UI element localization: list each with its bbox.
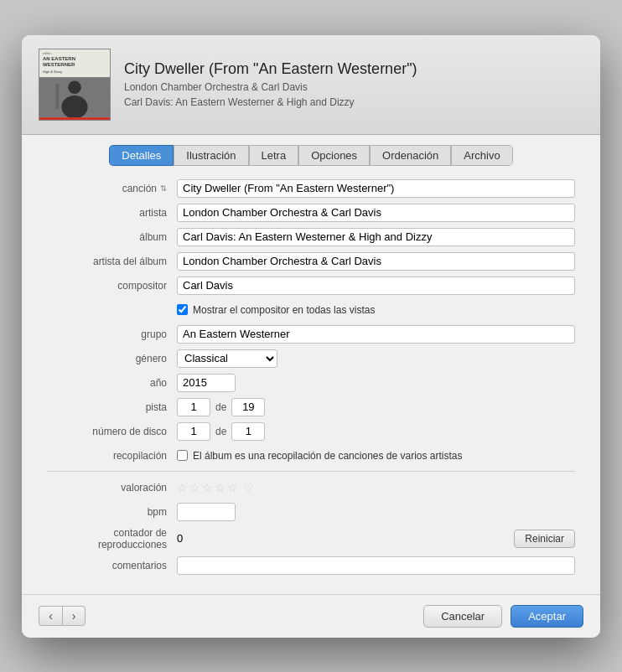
disco-row: número de disco de <box>47 422 575 441</box>
ano-label: año <box>47 377 177 389</box>
disco-input[interactable] <box>177 422 210 441</box>
mostrar-compositor-check-row: Mostrar el compositor en todas las vista… <box>177 304 375 316</box>
artista-row: artista <box>47 204 575 222</box>
compositor-input[interactable] <box>177 277 575 295</box>
tab-bar: Detalles Ilustración Letra Opciones Orde… <box>22 135 600 173</box>
bpm-input[interactable] <box>177 503 236 521</box>
star-5[interactable]: ☆ <box>227 481 238 494</box>
artista-label: artista <box>47 207 177 219</box>
pista-label: pista <box>47 401 177 413</box>
star-4[interactable]: ☆ <box>215 481 225 494</box>
cancion-row: canción ⇅ <box>47 179 575 198</box>
header-artist: London Chamber Orchestra & Carl Davis <box>124 81 417 93</box>
mostrar-compositor-checkbox[interactable] <box>177 304 188 315</box>
tab-archivo[interactable]: Archivo <box>451 145 512 166</box>
grupo-input[interactable] <box>177 325 575 344</box>
grupo-label: grupo <box>47 328 177 340</box>
pista-input[interactable] <box>177 398 210 416</box>
genero-select[interactable]: Classical Pop Rock Jazz Other <box>177 349 277 368</box>
album-image <box>39 77 110 117</box>
dialog: millan AN EASTERNWESTERNERHigh & Dizzy C… <box>22 35 600 638</box>
contador-value: 0 <box>177 532 183 545</box>
header: millan AN EASTERNWESTERNERHigh & Dizzy C… <box>22 35 600 135</box>
mostrar-compositor-row: Mostrar el compositor en todas las vista… <box>47 301 575 319</box>
genero-row: género Classical Pop Rock Jazz Other <box>47 349 575 368</box>
valoracion-row: valoración ☆ ☆ ☆ ☆ ☆ ♡ <box>47 478 575 497</box>
comentarios-label: comentarios <box>47 560 177 571</box>
artista-album-label: artista del álbum <box>47 256 177 267</box>
disco-de: de <box>215 426 226 437</box>
svg-rect-3 <box>56 84 60 108</box>
pista-track-row: de <box>177 398 265 416</box>
album-art: millan AN EASTERNWESTERNERHigh & Dizzy C… <box>39 49 111 121</box>
accept-button[interactable]: Aceptar <box>511 605 583 628</box>
recopilacion-check-label: El álbum es una recopilación de cancione… <box>193 450 463 462</box>
grupo-row: grupo <box>47 325 575 344</box>
recopilacion-check-row: El álbum es una recopilación de cancione… <box>177 450 463 462</box>
tab-letra[interactable]: Letra <box>249 145 299 166</box>
pista-total-input[interactable] <box>231 398 265 416</box>
recopilacion-checkbox[interactable] <box>177 450 188 461</box>
album-label: álbum <box>47 231 177 243</box>
compositor-label: compositor <box>47 280 177 292</box>
cancel-button[interactable]: Cancelar <box>423 605 502 628</box>
header-album: Carl Davis: An Eastern Westerner & High … <box>124 96 417 108</box>
cancion-label: canción ⇅ <box>47 183 177 194</box>
tabs: Detalles Ilustración Letra Opciones Orde… <box>109 145 512 166</box>
pista-row: pista de <box>47 398 575 416</box>
footer: ‹ › Cancelar Aceptar <box>22 594 600 638</box>
play-count-row: 0 Reiniciar <box>177 530 575 548</box>
tab-opciones[interactable]: Opciones <box>298 145 370 166</box>
disco-total-input[interactable] <box>231 422 265 441</box>
disco-label: número de disco <box>47 426 177 437</box>
contador-label: contador de reproducciones <box>47 527 177 551</box>
recopilacion-row: recopilación El álbum es una recopilació… <box>47 447 575 465</box>
album-title-art: AN EASTERNWESTERNERHigh & Dizzy <box>43 56 106 75</box>
tab-ordenacion[interactable]: Ordenación <box>370 145 451 166</box>
stars-container: ☆ ☆ ☆ ☆ ☆ ♡ <box>177 481 254 494</box>
heart-icon[interactable]: ♡ <box>243 481 254 494</box>
prev-button[interactable]: ‹ <box>39 606 62 626</box>
nav-buttons: ‹ › <box>39 606 86 626</box>
comentarios-row: comentarios <box>47 556 575 575</box>
album-label: Carl Davis <box>39 117 110 121</box>
artista-input[interactable] <box>177 204 575 222</box>
valoracion-label: valoración <box>47 482 177 494</box>
contador-row: contador de reproducciones 0 Reiniciar <box>47 527 575 551</box>
star-2[interactable]: ☆ <box>189 481 200 494</box>
star-3[interactable]: ☆ <box>202 481 213 494</box>
disco-track-row: de <box>177 422 265 441</box>
bpm-row: bpm <box>47 503 575 521</box>
sort-icon: ⇅ <box>160 184 167 193</box>
bpm-label: bpm <box>47 506 177 518</box>
mostrar-compositor-check-label: Mostrar el compositor en todas las vista… <box>193 304 375 316</box>
header-title: City Dweller (From "An Eastern Westerner… <box>124 60 417 78</box>
comentarios-input[interactable] <box>177 556 575 575</box>
tab-ilustracion[interactable]: Ilustración <box>174 145 248 166</box>
svg-point-1 <box>68 80 81 94</box>
next-icon: › <box>72 609 76 623</box>
next-button[interactable]: › <box>62 606 86 626</box>
cancion-input[interactable] <box>177 179 575 198</box>
ano-input[interactable] <box>177 374 236 392</box>
artista-album-row: artista del álbum <box>47 252 575 271</box>
album-row: álbum <box>47 228 575 246</box>
reiniciar-button[interactable]: Reiniciar <box>514 530 575 548</box>
prev-icon: ‹ <box>49 609 53 623</box>
artista-album-input[interactable] <box>177 252 575 271</box>
album-small-label: millan <box>43 52 106 56</box>
genero-label: género <box>47 353 177 364</box>
header-info: City Dweller (From "An Eastern Westerner… <box>124 60 417 108</box>
recopilacion-label: recopilación <box>47 450 177 462</box>
ano-row: año <box>47 374 575 392</box>
form-content: canción ⇅ artista álbum artista del álbu… <box>22 173 600 594</box>
tab-detalles[interactable]: Detalles <box>109 145 174 166</box>
album-input[interactable] <box>177 228 575 246</box>
compositor-row: compositor <box>47 277 575 295</box>
separator-1 <box>47 471 575 472</box>
pista-de: de <box>215 401 226 413</box>
action-buttons: Cancelar Aceptar <box>423 605 583 628</box>
star-1[interactable]: ☆ <box>177 481 188 494</box>
